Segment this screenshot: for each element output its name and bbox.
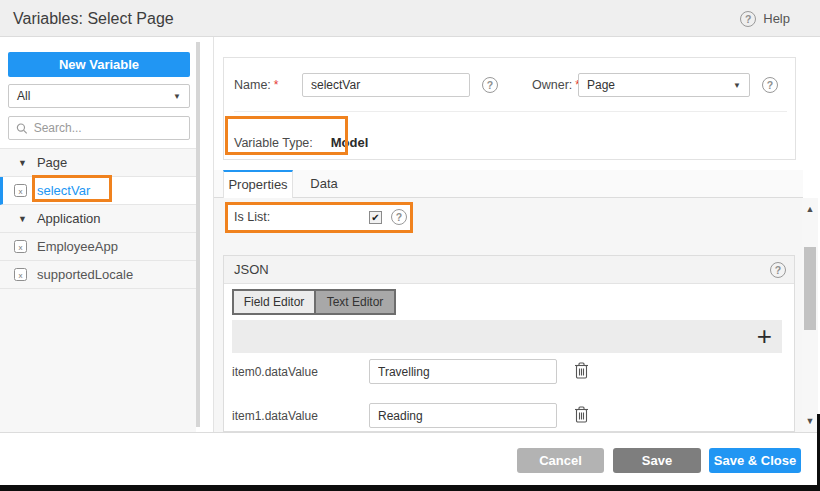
save-button[interactable]: Save	[613, 448, 701, 473]
required-marker: *	[274, 78, 279, 92]
dialog-header: Variables: Select Page ? Help	[0, 0, 820, 37]
tree-item-label: EmployeeApp	[37, 239, 118, 254]
field-key-label: item0.dataValue	[232, 360, 318, 385]
json-section-title: JSON	[234, 256, 269, 284]
delete-row-button[interactable]	[574, 406, 589, 426]
tab-properties[interactable]: Properties	[223, 170, 293, 198]
search-input[interactable]	[34, 121, 182, 135]
cancel-button[interactable]: Cancel	[517, 448, 604, 473]
variable-type-row: Variable Type: Model	[234, 124, 368, 161]
window-bottom-edge	[0, 485, 820, 491]
trash-icon	[574, 362, 589, 379]
svg-text:x: x	[19, 187, 23, 196]
variable-icon: x	[14, 240, 27, 253]
tree-item-employeeapp[interactable]: x EmployeeApp	[0, 233, 196, 261]
search-box	[8, 116, 190, 140]
name-field-group: Name: *	[234, 73, 279, 97]
variable-info-panel: Name: * ? Owner: * Page ▼ ? Variable Typ…	[223, 57, 796, 160]
is-list-checkbox[interactable]: ✔	[369, 211, 382, 224]
help-label: Help	[763, 11, 790, 26]
save-and-close-button[interactable]: Save & Close	[709, 448, 801, 473]
field-value-input[interactable]	[369, 403, 557, 428]
properties-tab-content: Is List: ✔ ? JSON ? Field Editor Text Ed…	[214, 198, 803, 432]
variables-dialog: Variables: Select Page ? Help New Variab…	[0, 0, 820, 491]
delete-row-button[interactable]	[574, 362, 589, 382]
help-link[interactable]: ? Help	[740, 0, 790, 37]
tree-item-selectvar[interactable]: x selectVar	[0, 177, 196, 205]
chevron-down-icon: ▼	[173, 92, 181, 101]
field-editor-button[interactable]: Field Editor	[234, 291, 314, 313]
is-list-label: Is List:	[234, 205, 270, 230]
sidebar-scrollbar[interactable]	[196, 42, 200, 427]
owner-label: Owner:	[532, 78, 572, 92]
owner-select[interactable]: Page ▼	[578, 73, 750, 97]
new-variable-button[interactable]: New Variable	[8, 52, 190, 77]
tree-collapse-icon: ▼	[18, 158, 27, 168]
svg-text:x: x	[19, 271, 23, 280]
json-help-icon[interactable]: ?	[770, 262, 786, 278]
json-section-header: JSON ?	[224, 256, 794, 284]
owner-help-icon[interactable]: ?	[762, 77, 778, 93]
field-key-label: item1.dataValue	[232, 404, 318, 429]
variable-editor-main: Name: * ? Owner: * Page ▼ ? Variable Typ…	[213, 37, 802, 432]
main-scrollbar[interactable]: ▲ ▼	[802, 198, 818, 432]
scroll-up-icon[interactable]: ▲	[802, 202, 818, 216]
tree-collapse-icon: ▼	[18, 214, 27, 224]
editor-tabbar: Properties Data	[214, 170, 803, 198]
tree-item-label: supportedLocale	[37, 267, 133, 282]
search-icon	[16, 122, 28, 135]
variables-tree: ▼ Page x selectVar ▼ Application x Emplo	[0, 148, 196, 432]
chevron-down-icon: ▼	[733, 81, 741, 90]
name-input[interactable]	[302, 73, 470, 97]
scrollbar-thumb[interactable]	[804, 247, 816, 330]
scroll-down-icon[interactable]: ▼	[802, 414, 818, 428]
variable-type-label: Variable Type:	[234, 136, 313, 150]
owner-field-group: Owner: *	[532, 73, 580, 97]
json-section: JSON ? Field Editor Text Editor + item0.…	[223, 255, 795, 432]
add-item-bar: +	[232, 320, 782, 353]
dialog-footer: Cancel Save Save & Close	[0, 432, 820, 485]
form-divider	[234, 111, 787, 112]
owner-value: Page	[587, 78, 733, 92]
svg-text:x: x	[19, 243, 23, 252]
tree-group-page[interactable]: ▼ Page	[0, 149, 196, 177]
category-filter-select[interactable]: All ▼	[8, 84, 190, 108]
check-icon: ✔	[371, 212, 379, 223]
annotation-box-is-list: Is List: ✔ ?	[225, 202, 413, 233]
variable-icon: x	[14, 184, 27, 197]
name-help-icon[interactable]: ?	[482, 77, 498, 93]
trash-icon	[574, 406, 589, 423]
help-icon: ?	[740, 11, 756, 27]
is-list-help-icon[interactable]: ?	[391, 209, 407, 225]
tab-data[interactable]: Data	[294, 170, 354, 198]
add-item-button[interactable]: +	[757, 320, 772, 353]
dialog-title: Variables: Select Page	[13, 0, 174, 37]
tree-group-application[interactable]: ▼ Application	[0, 205, 196, 233]
tree-item-supportedlocale[interactable]: x supportedLocale	[0, 261, 196, 289]
tree-item-label: selectVar	[37, 183, 90, 198]
variables-sidebar: New Variable All ▼ ▼ Page x selectVar	[0, 37, 205, 432]
variable-icon: x	[14, 268, 27, 281]
name-label: Name:	[234, 78, 271, 92]
text-editor-button[interactable]: Text Editor	[314, 291, 394, 313]
tree-group-label: Page	[37, 155, 67, 170]
category-filter-value: All	[17, 89, 173, 103]
field-value-input[interactable]	[369, 359, 557, 384]
editor-mode-toggle: Field Editor Text Editor	[232, 289, 396, 315]
tree-group-label: Application	[37, 211, 101, 226]
variable-type-value: Model	[331, 135, 369, 150]
